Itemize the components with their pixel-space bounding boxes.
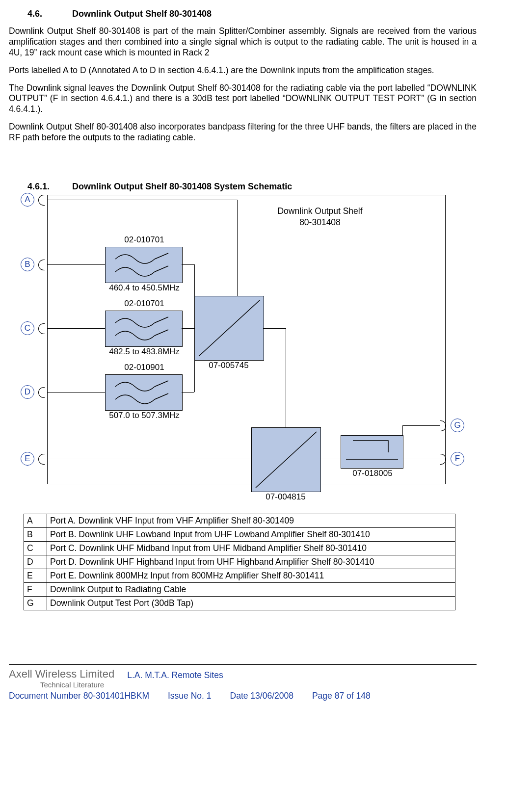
legend-table: APort A. Downlink VHF Input from VHF Amp… (24, 514, 455, 610)
svg-line-6 (199, 300, 260, 356)
filter-b (105, 247, 183, 283)
svg-line-7 (256, 432, 317, 488)
port-b: B (21, 258, 34, 271)
filter-c (105, 311, 183, 347)
wire (48, 459, 251, 459)
legend-key: B (24, 527, 47, 541)
legend-val: Port E. Downlink 800MHz Input from 800MH… (47, 569, 455, 582)
combiner-1-label: 07-005745 (194, 361, 263, 370)
heading-4-6: 4.6. Downlink Output Shelf 80-301408 (27, 9, 477, 19)
paragraph-3: The Downlink signal leaves the Downlink … (9, 83, 477, 115)
port-g: G (451, 419, 464, 432)
port-a: A (21, 193, 34, 207)
filter-d-range: 507.0 to 507.3MHz (90, 411, 198, 420)
port-d: D (21, 385, 34, 399)
connector-a (38, 195, 45, 206)
footer-tl: Technical Literature (40, 681, 477, 689)
legend-val: Port A. Downlink VHF Input from VHF Ampl… (47, 514, 455, 527)
wire (320, 459, 341, 459)
footer-sites: L.A. M.T.A. Remote Sites (127, 670, 223, 681)
wire (182, 392, 194, 393)
coupler (341, 435, 403, 469)
svg-line-3 (155, 330, 168, 336)
legend-val: Port D. Downlink UHF Highband Input from… (47, 555, 455, 569)
wire (263, 328, 286, 329)
svg-line-0 (155, 253, 168, 259)
combiner-2 (251, 427, 321, 492)
wire (194, 264, 195, 304)
heading-4-6-1-title: Downlink Output Shelf 80-301408 System S… (72, 182, 292, 191)
footer: Axell Wireless Limited L.A. M.T.A. Remot… (9, 664, 477, 701)
heading-4-6-title: Downlink Output Shelf 80-301408 (72, 9, 212, 19)
footer-doc: Document Number 80-301401HBKM (9, 691, 149, 701)
legend-key: D (24, 555, 47, 569)
legend-key: F (24, 582, 47, 596)
legend-val: Port C. Downlink UHF Midband Input from … (47, 541, 455, 555)
port-f: F (451, 452, 464, 466)
wire (402, 425, 440, 426)
schematic-title: Downlink Output Shelf 80-301408 (266, 206, 374, 228)
table-row: CPort C. Downlink UHF Midband Input from… (24, 541, 455, 555)
footer-page: Page 87 of 148 (312, 691, 371, 701)
svg-line-2 (155, 317, 168, 323)
legend-val: Port B. Downlink UHF Lowband Input from … (47, 527, 455, 541)
connector-c (38, 323, 45, 334)
combiner-1 (194, 296, 264, 361)
svg-line-1 (155, 266, 168, 272)
combiner-symbol-icon (252, 428, 320, 492)
legend-key: E (24, 569, 47, 582)
schematic: Downlink Output Shelf 80-301408 A B C D … (9, 195, 477, 509)
port-c: C (21, 321, 34, 335)
table-row: APort A. Downlink VHF Input from VHF Amp… (24, 514, 455, 527)
svg-line-4 (155, 381, 168, 387)
paragraph-1: Downlink Output Shelf 80-301408 is part … (9, 26, 477, 58)
connector-e (38, 454, 45, 465)
heading-4-6-1-num: 4.6.1. (27, 182, 70, 192)
legend-val: Downlink Output to Radiating Cable (47, 582, 455, 596)
schematic-title-l1: Downlink Output Shelf (277, 206, 362, 216)
footer-brand: Axell Wireless Limited (9, 668, 114, 681)
heading-4-6-1: 4.6.1. Downlink Output Shelf 80-301408 S… (27, 182, 477, 192)
table-row: BPort B. Downlink UHF Lowband Input from… (24, 527, 455, 541)
footer-issue: Issue No. 1 (168, 691, 212, 701)
combiner-symbol-icon (195, 296, 264, 360)
table-row: EPort E. Downlink 800MHz Input from 800M… (24, 569, 455, 582)
legend-key: C (24, 541, 47, 555)
filter-b-part: 02-010701 (90, 235, 198, 245)
filter-d-part: 02-010901 (90, 363, 198, 372)
svg-line-5 (155, 393, 168, 399)
legend-key: G (24, 596, 47, 610)
coupler-symbol-icon (341, 436, 403, 468)
table-row: FDownlink Output to Radiating Cable (24, 582, 455, 596)
combiner-2-label: 07-004815 (251, 492, 320, 502)
filter-b-range: 460.4 to 450.5MHz (90, 283, 198, 293)
wire (48, 392, 105, 393)
wire (237, 200, 238, 296)
coupler-label: 07-018005 (341, 469, 404, 478)
schematic-title-l2: 80-301408 (299, 217, 341, 227)
paragraph-4: Downlink Output Shelf 80-301408 also inc… (9, 122, 477, 143)
filter-symbol-icon (106, 247, 182, 283)
wire (194, 352, 195, 392)
wire (182, 264, 194, 265)
paragraph-2: Ports labelled A to D (Annotated A to D … (9, 65, 477, 76)
wire (402, 459, 440, 459)
port-e: E (21, 452, 34, 466)
connector-b (38, 260, 45, 270)
legend-key: A (24, 514, 47, 527)
table-row: GDownlink Output Test Port (30dB Tap) (24, 596, 455, 610)
wire (48, 264, 105, 265)
footer-date: Date 13/06/2008 (230, 691, 293, 701)
wire (48, 328, 105, 329)
filter-c-part: 02-010701 (90, 299, 198, 309)
wire (402, 425, 403, 436)
legend-val: Downlink Output Test Port (30dB Tap) (47, 596, 455, 610)
filter-symbol-icon (106, 375, 182, 410)
wire (48, 200, 237, 200)
table-row: DPort D. Downlink UHF Highband Input fro… (24, 555, 455, 569)
filter-d (105, 374, 183, 411)
wire (182, 328, 194, 329)
filter-c-range: 482.5 to 483.8MHz (90, 347, 198, 357)
filter-symbol-icon (106, 311, 182, 346)
heading-4-6-num: 4.6. (27, 9, 70, 19)
